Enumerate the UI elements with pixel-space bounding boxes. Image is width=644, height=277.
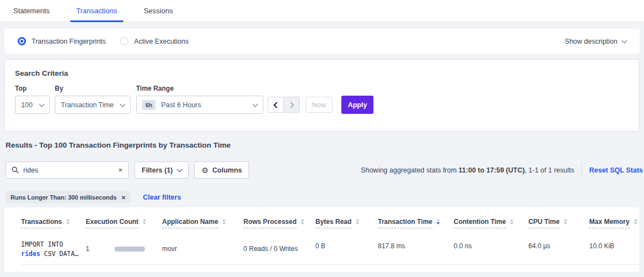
chevron-down-icon [622, 38, 627, 43]
time-range-label: Time Range [136, 85, 263, 92]
filter-chip-close-icon[interactable]: ✕ [121, 195, 126, 201]
transaction-fingerprint-cell: IMPORT INTO rides CSV DATA… [21, 236, 86, 264]
cpu-time-cell: 64.0 µs [528, 236, 589, 264]
search-icon [12, 166, 19, 174]
by-select-value: Transaction Time [61, 101, 113, 109]
rows-processed-cell: 0 Reads / 0 Writes [243, 236, 315, 264]
sort-icon [510, 219, 513, 224]
results-controls: ✕ Filters (1) ⚙ Columns [6, 161, 249, 179]
filters-button-label: Filters (1) [142, 166, 173, 174]
time-range-next-button[interactable] [284, 97, 300, 113]
by-label: By [55, 85, 131, 92]
chevron-down-icon [177, 166, 183, 172]
radio-transaction-fingerprints-label: Transaction Fingerprints [32, 38, 106, 45]
sort-icon [143, 219, 146, 224]
by-select[interactable]: Transaction Time [55, 96, 131, 114]
application-name-cell: movr [162, 236, 243, 264]
time-range-select[interactable]: 6h Past 6 Hours [136, 96, 263, 114]
stats-text: Showing aggregated stats from 11:00 to 1… [361, 166, 574, 174]
column-header-execution-count[interactable]: Execution Count [86, 218, 162, 228]
apply-button[interactable]: Apply [341, 96, 373, 114]
tab-statements[interactable]: Statements [7, 0, 56, 22]
column-header-cpu-time[interactable]: CPU Time [528, 218, 589, 228]
column-header-contention-time[interactable]: Contention Time [454, 218, 528, 228]
chevron-right-icon [288, 102, 294, 108]
search-clear-icon[interactable]: ✕ [118, 167, 123, 173]
now-button[interactable]: Now [305, 97, 333, 113]
radio-active-executions[interactable]: Active Executions [120, 37, 189, 45]
max-memory-cell: 10.0 KiB [589, 236, 636, 264]
clear-filters-link[interactable]: Clear filters [143, 194, 181, 201]
chevron-down-icon [120, 101, 126, 107]
sort-icon [301, 219, 304, 224]
active-filters-row: Runs Longer Than: 300 milliseconds ✕ Cle… [6, 191, 181, 203]
tab-statements-label: Statements [13, 7, 50, 15]
columns-button-label: Columns [212, 166, 242, 174]
divider [581, 163, 582, 177]
radio-unselected-icon [120, 37, 128, 45]
top-select-value: 100 [21, 101, 33, 109]
filter-chip-label: Runs Longer Than: 300 milliseconds [11, 194, 117, 201]
tab-sessions-label: Sessions [144, 7, 173, 15]
filters-button[interactable]: Filters (1) [134, 161, 189, 179]
tab-transactions-label: Transactions [76, 7, 117, 15]
results-heading: Results - Top 100 Transaction Fingerprin… [6, 141, 231, 149]
columns-button[interactable]: ⚙ Columns [194, 161, 249, 179]
table-row: IMPORT INTO rides CSV DATA… 1 movr 0 Rea… [21, 236, 640, 265]
tab-sessions[interactable]: Sessions [138, 0, 179, 22]
transaction-time-cell: 817.8 ms [378, 236, 454, 264]
results-table: Transactions Execution Count Application… [4, 207, 640, 272]
contention-time-cell: 0.0 ns [454, 236, 528, 264]
radio-active-executions-label: Active Executions [134, 38, 189, 45]
radio-selected-icon [18, 37, 26, 45]
transaction-fingerprint-link[interactable]: rides [21, 250, 40, 258]
column-header-transactions[interactable]: Transactions [21, 218, 86, 228]
sort-icon [356, 219, 359, 224]
top-select[interactable]: 100 [15, 96, 50, 114]
column-header-max-memory[interactable]: Max Memory [589, 218, 636, 228]
column-header-rows-processed[interactable]: Rows Processed [243, 218, 315, 228]
time-range-value: Past 6 Hours [161, 101, 201, 109]
show-description-label: Show description [565, 38, 617, 45]
column-header-application-name[interactable]: Application Name [162, 218, 243, 228]
chevron-left-icon [273, 102, 279, 108]
gear-icon: ⚙ [201, 166, 209, 175]
column-header-bytes-read[interactable]: Bytes Read [315, 218, 378, 228]
sort-icon [564, 219, 567, 224]
show-description-toggle[interactable]: Show description [565, 38, 626, 45]
reset-sql-stats-link[interactable]: Reset SQL Stats [589, 166, 643, 174]
sort-icon [634, 219, 637, 224]
table-header-row: Transactions Execution Count Application… [21, 207, 640, 228]
time-range-prev-button[interactable] [268, 97, 284, 113]
tab-transactions[interactable]: Transactions [70, 0, 123, 22]
chevron-down-icon [39, 101, 45, 107]
sort-icon [222, 219, 226, 224]
radio-transaction-fingerprints[interactable]: Transaction Fingerprints [18, 37, 106, 45]
chevron-down-icon [253, 101, 258, 107]
bytes-read-cell: 0 B [315, 236, 378, 264]
results-search-box[interactable]: ✕ [6, 161, 129, 179]
column-header-transaction-time[interactable]: Transaction Time [378, 218, 454, 228]
top-label: Top [15, 85, 50, 92]
search-input[interactable] [23, 166, 112, 174]
search-criteria-card: Search Criteria Top 100 By Transaction T… [4, 59, 640, 132]
sql-activity-tabbar: Statements Transactions Sessions [0, 0, 644, 22]
execution-count-cell: 1 [86, 236, 162, 264]
time-range-badge: 6h [142, 100, 155, 110]
view-toggle-card: Transaction Fingerprints Active Executio… [4, 29, 640, 54]
execution-count-bar [115, 247, 145, 252]
aggregated-stats-line: Showing aggregated stats from 11:00 to 1… [361, 161, 643, 179]
filter-chip[interactable]: Runs Longer Than: 300 milliseconds ✕ [6, 191, 131, 203]
sort-desc-icon [437, 219, 440, 224]
sort-icon [66, 219, 70, 224]
search-criteria-title: Search Criteria [15, 69, 639, 77]
